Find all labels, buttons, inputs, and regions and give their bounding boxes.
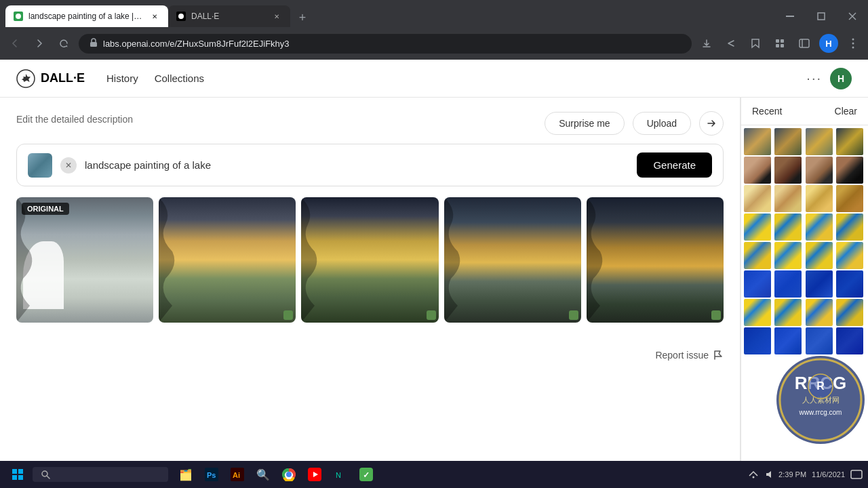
- taskbar-app-cortana[interactable]: 🔍: [251, 462, 275, 487]
- clear-button[interactable]: Clear: [835, 106, 857, 117]
- taskbar-search[interactable]: [33, 467, 168, 482]
- thumbnail-t22[interactable]: [774, 270, 802, 298]
- thumbnail-t30[interactable]: [774, 327, 802, 354]
- upload-button[interactable]: Upload: [633, 112, 691, 135]
- nav-link-history[interactable]: History: [106, 70, 138, 87]
- logo-area[interactable]: ✦ DALL·E: [16, 69, 85, 88]
- start-button[interactable]: [5, 464, 30, 485]
- back-button[interactable]: [5, 34, 24, 53]
- arrow-right-button[interactable]: [699, 111, 724, 136]
- forward-button[interactable]: [30, 34, 49, 53]
- new-tab-button[interactable]: +: [293, 8, 312, 27]
- thumbnail-t15[interactable]: [806, 214, 833, 241]
- taskbar-app-file-explorer[interactable]: 🗂️: [174, 462, 198, 487]
- right-panel: Recent Clear: [741, 98, 868, 488]
- url-bar[interactable]: labs.openai.com/e/ZHuxSum8JrFuf2l2EJiFkh…: [79, 34, 692, 54]
- maximize-button[interactable]: [806, 5, 837, 27]
- chrome-menu-icon[interactable]: [844, 34, 863, 53]
- thumbnail-t31[interactable]: [806, 327, 833, 354]
- bookmark-icon[interactable]: [746, 34, 765, 53]
- top-navigation: ✦ DALL·E History Collections ··· H: [0, 60, 868, 98]
- image-item-3[interactable]: [444, 197, 581, 323]
- svg-point-17: [852, 47, 854, 49]
- thumbnail-t2[interactable]: [774, 128, 802, 155]
- thumbnail-t32[interactable]: [836, 327, 863, 354]
- taskbar-app-youtube[interactable]: [302, 462, 327, 487]
- thumbnail-t12[interactable]: [836, 185, 863, 212]
- thumbnail-t6[interactable]: [774, 157, 802, 184]
- thumbnail-t18[interactable]: [774, 242, 802, 269]
- profile-button[interactable]: H: [819, 34, 838, 53]
- more-options-button[interactable]: ···: [806, 70, 822, 86]
- extensions-icon[interactable]: [770, 34, 789, 53]
- image-item-2[interactable]: [301, 197, 438, 323]
- thumbnail-t19[interactable]: [806, 242, 833, 269]
- input-thumbnail: [28, 153, 52, 178]
- minimize-button[interactable]: [774, 5, 806, 27]
- images-section: ORIGINAL: [16, 197, 724, 323]
- reload-button[interactable]: [54, 34, 73, 53]
- image-item-4[interactable]: [587, 197, 724, 323]
- tab-close-1[interactable]: ✕: [149, 11, 160, 22]
- thumbnail-t3[interactable]: [806, 128, 833, 155]
- image-item-original[interactable]: ORIGINAL: [16, 197, 153, 323]
- close-button[interactable]: [837, 5, 868, 27]
- svg-text:✦: ✦: [21, 76, 27, 83]
- surprise-me-button[interactable]: Surprise me: [545, 112, 624, 135]
- flag-icon: [713, 350, 724, 361]
- taskbar-app-unknown1[interactable]: N: [328, 462, 353, 487]
- image-item-1[interactable]: [159, 197, 296, 323]
- clock-time: 2:39 PM: [778, 470, 806, 479]
- prompt-text-input[interactable]: [85, 159, 629, 171]
- thumbnail-t13[interactable]: [744, 214, 771, 241]
- svg-rect-30: [18, 475, 23, 480]
- thumbnail-t21[interactable]: [744, 270, 771, 298]
- clear-input-button[interactable]: ✕: [60, 157, 77, 174]
- thumbnail-t17[interactable]: [744, 242, 771, 269]
- thumbnail-t20[interactable]: [836, 242, 863, 269]
- tab-close-2[interactable]: ✕: [271, 11, 282, 22]
- browser-tab-2[interactable]: DALL·E ✕: [168, 5, 290, 27]
- thumbnail-t9[interactable]: [744, 185, 771, 212]
- thumbnail-t5[interactable]: [744, 157, 771, 184]
- taskbar-app-illustrator[interactable]: Ai: [225, 462, 250, 487]
- svg-rect-28: [18, 469, 23, 474]
- svg-rect-29: [12, 475, 17, 480]
- taskbar-app-unknown2[interactable]: ✓: [354, 462, 378, 487]
- thumbnail-t11[interactable]: [806, 185, 833, 212]
- thumbnail-t16[interactable]: [836, 214, 863, 241]
- sidebar-toggle-icon[interactable]: [795, 34, 814, 53]
- taskbar-tray: 2:39 PM 11/6/2021: [749, 470, 863, 479]
- taskbar: 🗂️ Ps Ai 🔍 N ✓ 2:39 PM 11/6/2021: [0, 461, 868, 488]
- browser-tab-1[interactable]: landscape painting of a lake | DA ✕: [5, 5, 168, 27]
- download-icon[interactable]: [697, 34, 716, 53]
- thumbnail-t14[interactable]: [774, 214, 802, 241]
- svg-text:✓: ✓: [363, 470, 370, 480]
- generate-button[interactable]: Generate: [637, 152, 712, 178]
- svg-point-1: [178, 14, 184, 19]
- notification-icon[interactable]: [850, 470, 863, 479]
- thumbnail-t4[interactable]: [836, 128, 863, 155]
- thumbnail-t23[interactable]: [806, 270, 833, 298]
- svg-rect-10: [781, 39, 784, 43]
- report-issue-label: Report issue: [655, 350, 709, 361]
- thumbnail-t7[interactable]: [806, 157, 833, 184]
- thumbnail-t28[interactable]: [836, 299, 863, 326]
- svg-point-46: [753, 476, 755, 479]
- share-icon[interactable]: [722, 34, 741, 53]
- thumbnail-t10[interactable]: [774, 185, 802, 212]
- thumbnail-t1[interactable]: [744, 128, 771, 155]
- thumbnail-t24[interactable]: [836, 270, 863, 298]
- thumbnail-t26[interactable]: [774, 299, 802, 326]
- thumbnail-t27[interactable]: [806, 299, 833, 326]
- thumbnail-t25[interactable]: [744, 299, 771, 326]
- taskbar-app-chrome[interactable]: [277, 462, 301, 487]
- tab-favicon-1: [14, 12, 23, 21]
- nav-link-collections[interactable]: Collections: [155, 70, 204, 87]
- taskbar-app-photoshop[interactable]: Ps: [199, 462, 224, 487]
- user-avatar[interactable]: H: [830, 68, 852, 89]
- svg-point-0: [16, 14, 21, 19]
- report-issue-link[interactable]: Report issue: [655, 344, 724, 366]
- thumbnail-t29[interactable]: [744, 327, 771, 354]
- thumbnail-t8[interactable]: [836, 157, 863, 184]
